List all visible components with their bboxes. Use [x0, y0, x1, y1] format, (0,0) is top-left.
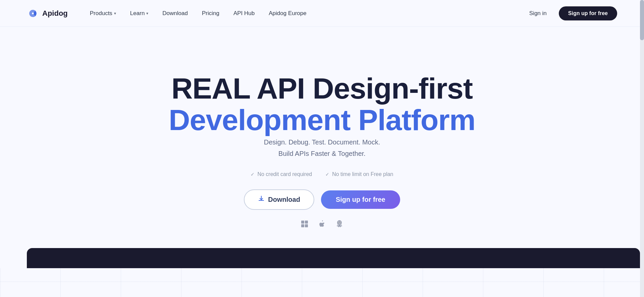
svg-point-8 [338, 222, 339, 223]
hero-buttons: Download Sign up for free [244, 189, 400, 210]
sign-in-link[interactable]: Sign in [524, 7, 552, 19]
nav-left: Apidog Products ▾ Learn ▾ Download Prici… [27, 7, 312, 19]
logo-text: Apidog [42, 9, 68, 18]
check-item-1: ✓ No credit card required [251, 171, 312, 177]
products-chevron-icon: ▾ [114, 11, 116, 16]
download-button[interactable]: Download [244, 189, 314, 210]
nav-download[interactable]: Download [157, 7, 193, 19]
logo-icon [27, 7, 39, 19]
hero-section: REAL API Design-first Development Platfo… [0, 27, 644, 268]
scrollbar-thumb[interactable] [640, 0, 644, 40]
sign-up-button[interactable]: Sign up for free [559, 6, 617, 20]
hero-title-line1: REAL API Design-first [171, 73, 473, 104]
navbar: Apidog Products ▾ Learn ▾ Download Prici… [0, 0, 644, 27]
hero-title-line2: Development Platform [169, 104, 475, 136]
bottom-dark-bar [27, 248, 640, 268]
svg-point-5 [337, 220, 342, 225]
svg-rect-2 [305, 221, 308, 224]
svg-rect-3 [301, 224, 304, 227]
scrollbar[interactable] [640, 0, 644, 297]
svg-point-0 [32, 12, 34, 14]
nav-pricing[interactable]: Pricing [197, 7, 225, 19]
hero-signup-button[interactable]: Sign up for free [321, 190, 400, 209]
nav-api-hub[interactable]: API Hub [228, 7, 260, 19]
nav-links: Products ▾ Learn ▾ Download Pricing API … [85, 7, 312, 19]
linux-icon [335, 219, 344, 229]
nav-learn[interactable]: Learn ▾ [125, 7, 154, 19]
hero-checks: ✓ No credit card required ✓ No time limi… [251, 171, 393, 177]
svg-point-9 [340, 222, 340, 223]
download-icon [258, 195, 265, 204]
logo-link[interactable]: Apidog [27, 7, 68, 19]
check-item-2: ✓ No time limit on Free plan [325, 171, 393, 177]
hero-subtitle: Design. Debug. Test. Document. Mock. Bui… [264, 136, 380, 159]
learn-chevron-icon: ▾ [146, 11, 148, 16]
svg-rect-4 [305, 224, 308, 227]
check-icon-1: ✓ [251, 172, 255, 177]
svg-rect-1 [301, 221, 304, 224]
nav-right: Sign in Sign up for free [524, 6, 617, 20]
windows-icon [300, 219, 309, 229]
check-icon-2: ✓ [325, 172, 329, 177]
platform-icons [300, 219, 344, 229]
apple-icon [317, 219, 327, 229]
hero-wrapper: REAL API Design-first Development Platfo… [0, 27, 644, 268]
nav-products[interactable]: Products ▾ [85, 7, 121, 19]
nav-apidog-europe[interactable]: Apidog Europe [263, 7, 312, 19]
